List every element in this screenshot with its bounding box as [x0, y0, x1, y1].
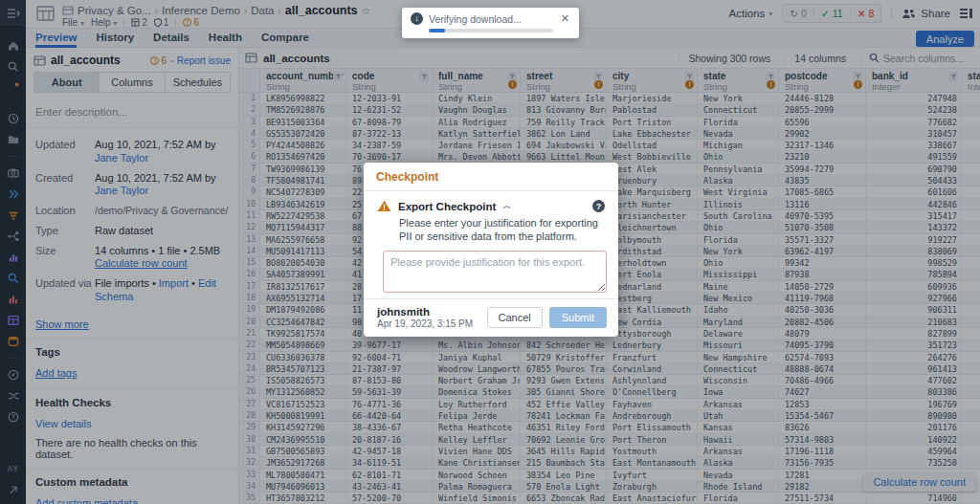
app-flow-icon[interactable] [0, 226, 26, 247]
app-explore-icon[interactable] [0, 268, 26, 289]
passed-count[interactable]: ✓11 [813, 8, 850, 19]
table-row[interactable]: 31GB750056589342-9457-18Vivien Hane DDS3… [239, 446, 980, 457]
file-menu[interactable]: File ▾ [62, 17, 84, 28]
app-chevrons-icon[interactable] [0, 184, 26, 205]
folder-icon[interactable] [0, 129, 26, 150]
tab-details[interactable]: Details [153, 29, 189, 48]
table-row[interactable]: 4GS535307242087-3722-13Katlyn Satterfiel… [239, 128, 980, 140]
table-row[interactable]: 35HT365780321257-5200-70Winfield Simonis… [239, 493, 980, 504]
tab-compare[interactable]: Compare [261, 29, 309, 48]
table-row[interactable]: 6RO135469742070-3690-17Mrs. Devon Abbott… [239, 151, 980, 163]
tab-preview[interactable]: Preview [35, 29, 77, 48]
calculate-row-count-button[interactable]: Calculate row count [863, 472, 975, 492]
pending-count[interactable]: ↻0 [783, 8, 813, 19]
menu-expand-icon[interactable] [0, 0, 26, 26]
table-row[interactable]: 26MY131256085259-5631-39Domenica Stokes3… [239, 386, 980, 398]
favorite-star-icon[interactable]: ☆ [362, 5, 371, 17]
table-row[interactable]: 22MM505489866939-9677-17Ms. Albin Johnso… [239, 340, 980, 351]
notifications-icon[interactable] [0, 77, 26, 99]
column-header-city[interactable]: cityString! [607, 69, 698, 92]
app-table-icon[interactable] [0, 310, 26, 331]
app-chart-icon[interactable] [0, 247, 26, 268]
actions-menu[interactable]: Actions▾ [729, 8, 773, 19]
layout-panel-icon[interactable] [960, 8, 972, 19]
app-database-icon[interactable] [0, 331, 26, 352]
filter-icon[interactable] [333, 72, 343, 81]
failed-count[interactable]: ✕8 [850, 8, 881, 19]
search-columns-input[interactable] [883, 53, 974, 64]
build-status-group: ↻0 ✓11 ✕8 [782, 4, 881, 23]
table-row[interactable]: 27VC816715252376-4771-36Loy Rutherford45… [239, 399, 980, 410]
user-link[interactable]: Jane Taylor [95, 185, 148, 196]
table-row[interactable]: 29KH314592729638-4336-67Retha Heathcote4… [239, 422, 980, 433]
breadcrumb-item[interactable]: Data [251, 5, 274, 16]
justification-textarea[interactable] [383, 251, 607, 293]
table-row[interactable]: 23CU633603637892-6004-71Janiya Kuphal507… [239, 352, 980, 363]
table-row[interactable]: 5PY424450882634-2387-59Jordane Friesen I… [239, 140, 980, 151]
column-header-code[interactable]: codeString [346, 69, 433, 92]
panel-tab-columns[interactable]: Columns [99, 73, 164, 92]
app-filter-icon[interactable] [0, 205, 26, 226]
table-cell: Missouri [698, 340, 779, 350]
compass-icon[interactable] [0, 364, 26, 385]
search-icon[interactable] [0, 56, 26, 77]
breadcrumb-item[interactable]: Inference Demo [162, 5, 240, 16]
branches-badge[interactable]: 2 [131, 17, 147, 28]
table-row[interactable]: 28KH500081999166-4420-64Felipa Jerde7824… [239, 410, 980, 422]
shield-badge[interactable]: 1 [154, 17, 169, 28]
tab-health[interactable]: Health [209, 29, 242, 48]
table-row[interactable]: 1LK895699882212-2033-91Cindy Klein1897 W… [239, 93, 980, 104]
breadcrumb-root[interactable]: Privacy & Go... [78, 5, 151, 16]
history-icon[interactable] [0, 108, 26, 129]
app-logo-icon[interactable] [36, 6, 55, 22]
panel-issues-badge[interactable]: !6 [150, 55, 167, 66]
show-more-link[interactable]: Show more [35, 318, 89, 330]
issues-badge[interactable]: !6 [183, 17, 199, 28]
table-cell [962, 375, 980, 385]
table-row[interactable]: 25IS505882657387-8153-80Norbert Graham J… [239, 375, 980, 386]
edit-schema-link[interactable]: Edit Schema [95, 277, 216, 302]
column-header-full_name[interactable]: full_nameString! [433, 69, 521, 92]
column-header-account_number[interactable]: account_numberString [260, 69, 346, 92]
row-number: 23 [239, 352, 260, 362]
cancel-button[interactable]: Cancel [487, 307, 543, 328]
description-placeholder[interactable]: Enter description... [26, 100, 238, 128]
filter-icon[interactable] [419, 72, 429, 81]
open-new-icon[interactable] [0, 479, 26, 500]
table-row[interactable]: 24BR534570712321-7387-97Woodrow Langwort… [239, 363, 980, 375]
share-button[interactable]: Share [902, 8, 950, 19]
column-header-status[interactable]: statusInteger [962, 69, 980, 92]
add-custom-metadata-link[interactable]: Add custom metadata [35, 497, 138, 504]
view-details-link[interactable]: View details [35, 418, 92, 429]
import-link[interactable]: Import [159, 277, 189, 289]
help-icon[interactable]: ? [592, 200, 605, 212]
table-row[interactable]: 3BE931500336467-8098-79Alia Rodriguez759… [239, 117, 980, 128]
submit-button[interactable]: Submit [549, 307, 607, 328]
panel-tab-schedules[interactable]: Schedules [165, 73, 230, 92]
column-header-bank_id[interactable]: bank_idInteger [866, 69, 962, 92]
app-capture-icon[interactable] [0, 163, 26, 184]
user-avatar[interactable]: AY [0, 458, 26, 479]
help-menu[interactable]: Help ▾ [91, 17, 117, 28]
help-icon[interactable]: ? [0, 406, 26, 427]
user-link[interactable]: Jane Taylor [95, 152, 148, 164]
column-header-postcode[interactable]: postcodeString! [779, 69, 866, 92]
table-row[interactable]: 2TM852692887612-6231-52Vaughn Douglas813… [239, 104, 980, 116]
shuffle-icon[interactable] [0, 385, 26, 406]
close-icon[interactable]: ✕ [559, 12, 571, 25]
home-icon[interactable] [0, 35, 26, 56]
table-row[interactable]: 32JM365291726834-6119-51Kane Christianse… [239, 457, 980, 469]
table-row[interactable]: 30CM243699551020-8187-16Kelley Leffler70… [239, 434, 980, 446]
app-bars-icon[interactable] [0, 289, 26, 310]
tab-history[interactable]: History [96, 29, 134, 48]
panel-tab-about[interactable]: About [34, 73, 99, 92]
column-header-street[interactable]: streetString! [521, 69, 607, 92]
calculate-row-count-link[interactable]: Calculate row count [95, 257, 188, 269]
chevron-up-icon[interactable]: ︿ [502, 200, 511, 212]
analyze-button[interactable]: Analyze [916, 31, 974, 47]
column-header-state[interactable]: stateString! [698, 69, 779, 92]
table-cell: 9663 Littel Mountain [521, 151, 607, 162]
report-issue-link[interactable]: Report issue [177, 55, 231, 66]
filter-icon[interactable] [948, 72, 958, 81]
add-tags-link[interactable]: Add tags [35, 367, 77, 379]
